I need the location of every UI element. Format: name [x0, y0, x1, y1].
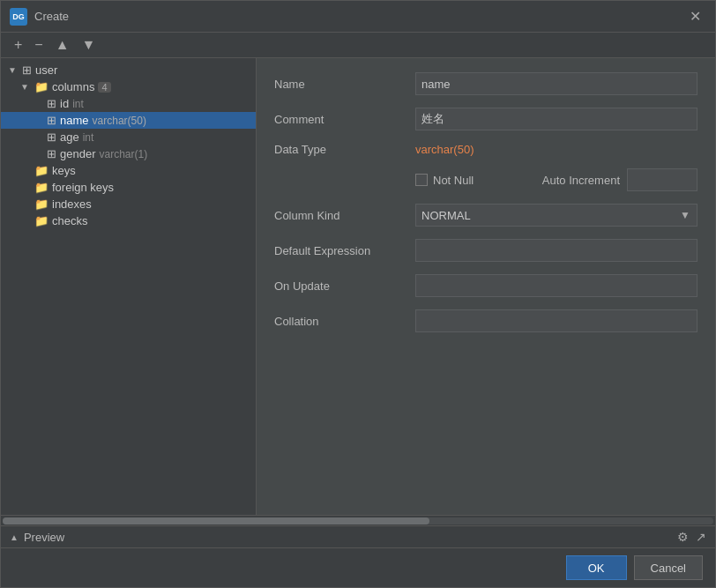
default-expression-input[interactable] [415, 239, 697, 262]
auto-increment-section: Auto Increment [542, 168, 697, 191]
data-type-row: Data Type varchar(50) [274, 143, 697, 156]
tree-panel: ▼ ⊞ user ▼ 📁 columns 4 ⊞ id int ⊞ [1, 58, 257, 515]
auto-increment-input[interactable] [627, 168, 697, 191]
not-null-label: Not Null [433, 174, 474, 187]
on-update-label: On Update [274, 279, 415, 293]
checks-label: checks [52, 214, 87, 227]
not-null-left: Not Null [415, 174, 542, 187]
collation-label: Collation [274, 315, 415, 328]
tree-item-name[interactable]: ⊞ name varchar(50) [1, 112, 256, 129]
tree-item-id[interactable]: ⊞ id int [1, 95, 256, 112]
close-button[interactable]: ✕ [684, 6, 706, 26]
settings-icon[interactable]: ⚙ [677, 530, 689, 544]
column-icon: ⊞ [47, 130, 56, 144]
form-panel: Name Comment Data Type varchar(50) Not N… [257, 58, 715, 515]
app-icon: DG [10, 8, 27, 26]
columns-count: 4 [98, 82, 110, 93]
tree-item-indexes[interactable]: 📁 indexes [1, 196, 256, 212]
comment-row: Comment [274, 108, 697, 130]
collation-row: Collation [274, 309, 697, 332]
collation-input[interactable] [415, 309, 697, 332]
tree-item-columns[interactable]: ▼ 📁 columns 4 [1, 78, 256, 95]
column-kind-select[interactable]: NORMAL VIRTUAL STORED [415, 204, 697, 227]
column-kind-row: Column Kind NORMAL VIRTUAL STORED ▼ [274, 204, 697, 227]
preview-toggle-icon[interactable]: ▲ [10, 532, 19, 542]
name-label: Name [274, 78, 415, 91]
column-icon: ⊞ [47, 147, 56, 160]
user-label: user [35, 63, 57, 77]
folder-icon: 📁 [34, 164, 48, 177]
add-button[interactable]: + [10, 36, 26, 54]
preview-label: Preview [24, 531, 672, 544]
scrollbar-track[interactable] [3, 517, 713, 525]
remove-button[interactable]: − [30, 36, 47, 54]
comment-input[interactable] [415, 108, 697, 130]
keys-label: keys [52, 164, 76, 177]
tree-item-keys[interactable]: 📁 keys [1, 162, 256, 179]
data-type-label: Data Type [274, 143, 415, 156]
column-kind-select-wrapper: NORMAL VIRTUAL STORED ▼ [415, 204, 697, 227]
name-row: Name [274, 72, 697, 95]
name-input[interactable] [415, 72, 697, 95]
dialog-title: Create [34, 10, 677, 23]
column-kind-label: Column Kind [274, 209, 415, 222]
data-type-link[interactable]: varchar(50) [415, 143, 474, 156]
tree-item-user[interactable]: ▼ ⊞ user [1, 62, 256, 78]
column-icon: ⊞ [47, 97, 56, 110]
folder-icon: 📁 [34, 197, 48, 211]
footer: OK Cancel [1, 547, 715, 587]
create-dialog: DG Create ✕ + − ▲ ▼ ▼ ⊞ user ▼ 📁 columns… [0, 0, 716, 588]
auto-increment-label: Auto Increment [542, 174, 620, 187]
on-update-input[interactable] [415, 274, 697, 297]
default-expression-label: Default Expression [274, 244, 415, 257]
table-icon: ⊞ [22, 63, 32, 77]
ok-button[interactable]: OK [566, 555, 627, 580]
arrow-icon: ▼ [6, 65, 19, 75]
folder-icon: 📁 [34, 181, 48, 194]
cancel-button[interactable]: Cancel [634, 555, 703, 580]
not-null-checkbox[interactable] [415, 174, 428, 186]
arrow-icon: ▼ [19, 82, 31, 92]
toolbar: + − ▲ ▼ [1, 33, 715, 58]
columns-label: columns [52, 80, 94, 93]
external-link-icon[interactable]: ↗ [696, 530, 706, 544]
comment-label: Comment [274, 113, 415, 126]
tree-item-foreign-keys[interactable]: 📁 foreign keys [1, 179, 256, 196]
indexes-label: indexes [52, 197, 92, 211]
tree-item-gender[interactable]: ⊞ gender varchar(1) [1, 145, 256, 162]
not-null-row: Not Null Auto Increment [274, 168, 697, 191]
move-down-button[interactable]: ▼ [78, 36, 101, 54]
column-icon: ⊞ [47, 114, 56, 127]
tree-item-checks[interactable]: 📁 checks [1, 212, 256, 229]
scrollbar-thumb[interactable] [3, 517, 429, 525]
foreign-keys-label: foreign keys [52, 181, 114, 194]
preview-icons: ⚙ ↗ [677, 530, 706, 544]
main-content: ▼ ⊞ user ▼ 📁 columns 4 ⊞ id int ⊞ [1, 58, 715, 515]
on-update-row: On Update [274, 274, 697, 297]
default-expression-row: Default Expression [274, 239, 697, 262]
scrollbar-area [1, 515, 715, 525]
title-bar: DG Create ✕ [1, 1, 715, 33]
folder-icon: 📁 [34, 80, 48, 93]
tree-item-age[interactable]: ⊞ age int [1, 129, 256, 145]
move-up-button[interactable]: ▲ [51, 36, 74, 54]
preview-bar: ▲ Preview ⚙ ↗ [1, 525, 715, 547]
folder-icon: 📁 [34, 214, 48, 227]
